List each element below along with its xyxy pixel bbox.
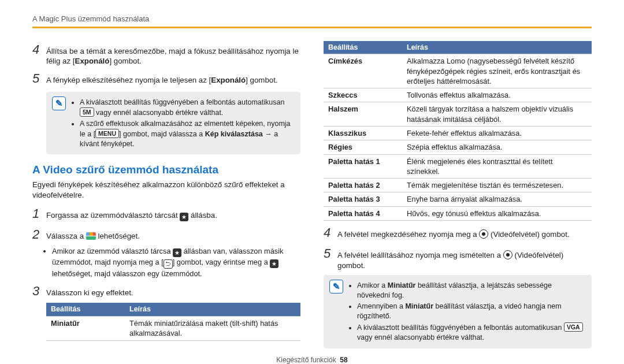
menu-button-icon: MENU [95,129,119,138]
page-title: A Magic Plus üzemmód használata [32,14,592,28]
step-number: 5 [324,245,337,262]
right-column: Beállítás Leírás CímkézésAlkalmazza Lomo… [324,38,592,353]
option-name: Paletta hatás 4 [324,206,402,220]
section-subtitle: Egyedi fényképek készítéséhez alkalmazzo… [32,180,300,200]
text: ] gombot. [109,57,141,65]
page-number: 58 [340,356,347,364]
step-number: 2 [32,226,46,243]
bold: Kép kiválasztása [205,130,263,138]
option-name: Régies [324,140,402,154]
text: A kiválasztott beállítás függvényében a … [357,324,564,332]
step-text: Forgassa az üzemmódválasztó tárcsát ★ ál… [46,210,300,221]
option-name: Miniatűr [46,317,125,341]
option-desc: Fekete-fehér effektus alkalmazása. [402,127,592,140]
mode-dial-icon: ★ [270,259,278,268]
text: Amikor az üzemmód választó tárcsa [52,247,173,255]
record-button-icon [479,229,488,239]
note-list: Amikor a Miniatűr beállítást választja, … [349,280,586,343]
table-row: SzkeccsTollvonás effektus alkalmazása. [324,88,592,102]
back-button-icon: ⮌ [164,259,173,269]
note-item: A kiválasztott beállítás függvényében a … [80,98,295,118]
table-header: Leírás [402,41,592,54]
table-row: Miniatűr Témák miniatűrizálása makett (t… [46,317,300,341]
step-text: A fénykép elkészítéséhez nyomja le telje… [46,75,300,86]
option-desc: Hűvös, egy tónusú effektus alkalmazása. [402,206,592,220]
option-desc: Szépia effektus alkalmazása. [402,140,592,154]
table-row: CímkézésAlkalmazza Lomo (nagysebességű f… [324,54,592,88]
note-box: ✎ Amikor a Miniatűr beállítást választja… [324,275,592,348]
option-desc: Közeli tárgyak torzítása a halszem objek… [402,102,592,127]
note-list: A kiválasztott beállítás függvényében a … [72,96,295,150]
option-desc: Tollvonás effektus alkalmazása. [402,88,592,102]
step-text: A felvétel leállításához nyomja meg ismé… [337,250,592,271]
option-desc: Témák megjelenítése tisztán és természet… [402,179,592,192]
option-desc: Alkalmazza Lomo (nagysebességű felvételt… [402,54,592,88]
option-name: Paletta hatás 2 [324,179,402,192]
note-box: ✎ A kiválasztott beállítás függvényében … [46,92,300,154]
text: Amennyiben a [357,302,405,310]
table-row: Paletta hatás 4Hűvös, egy tónusú effektu… [324,206,592,220]
record-button-icon [503,250,512,259]
option-desc: Enyhe barna árnyalat alkalmazása. [402,192,592,206]
table-row: RégiesSzépia effektus alkalmazása. [324,140,592,154]
table-row: Paletta hatás 1Élénk megjelenés éles kon… [324,154,592,179]
option-desc: Élénk megjelenés éles kontraszttal és te… [402,154,592,179]
text: lehetőséget. [96,232,140,240]
text: A fénykép elkészítéséhez nyomja le telje… [46,76,211,84]
text: Válassza a [46,232,86,240]
mode-dial-icon: ★ [180,213,188,221]
table-header: Beállítás [324,41,402,54]
bullet-item: Amikor az üzemmód választó tárcsa ★ állá… [52,246,300,278]
bold: Miniatűr [405,302,433,310]
text: vagy ennél alacsonyabb értékre válthat. [357,333,484,341]
page: A Magic Plus üzemmód használata 4 Állíts… [0,0,624,364]
left-column: 4 Állítsa be a témát a keresőmezőbe, maj… [32,38,300,353]
step-text: Válasszon ki egy effektet. [46,288,300,298]
note-item: A szűrő effektusok alkalmazásához az elm… [80,119,295,149]
options-table-left: Beállítás Leírás Miniatűr Témák miniatűr… [46,303,300,340]
table-row: KlasszikusFekete-fehér effektus alkalmaz… [324,127,592,140]
table-row: Paletta hatás 3Enyhe barna árnyalat alka… [324,192,592,206]
option-name: Halszem [324,102,402,127]
text: ] gombot, majd válassza a [119,130,205,138]
sub-bullets: Amikor az üzemmód választó tárcsa ★ állá… [44,246,300,278]
option-name: Szkeccs [324,88,402,102]
resolution-icon: VGA [564,322,583,332]
table-header: Beállítás [46,303,125,316]
columns: 4 Állítsa be a témát a keresőmezőbe, maj… [32,38,592,353]
option-desc: Témák miniatűrizálása makett (tilt-shift… [125,317,300,341]
text: A kiválasztott beállítás függvényében a … [80,98,284,106]
note-item: A kiválasztott beállítás függvényében a … [357,322,586,343]
text: A felvétel megkezdéséhez nyomja meg a [337,230,479,239]
text: Amikor a [357,281,388,289]
step-3: 3 Válasszon ki egy effektet. [32,283,300,300]
text: vagy ennél alacsonyabb értékre válthat. [94,109,224,117]
text: állásba. [188,211,217,220]
step-text: A felvétel megkezdéséhez nyomja meg a (V… [337,229,592,240]
step-number: 5 [32,70,46,87]
bold: Exponáló [75,57,110,65]
step-4: 4 Állítsa be a témát a keresőmezőbe, maj… [32,41,300,67]
table-header-row: Beállítás Leírás [46,303,300,316]
text: Forgassa az üzemmódválasztó tárcsát [46,211,180,220]
step-number: 1 [32,205,46,222]
note-icon: ✎ [329,280,343,294]
step-1: 1 Forgassa az üzemmódválasztó tárcsát ★ … [32,205,300,222]
bold: Miniatűr [388,281,416,289]
table-header: Leírás [125,303,300,316]
note-item: Amikor a Miniatűr beállítást választja, … [357,281,586,300]
table-header-row: Beállítás Leírás [324,41,592,54]
step-5: 5 A fénykép elkészítéséhez nyomja le tel… [32,70,300,87]
step-4r: 4 A felvétel megkezdéséhez nyomja meg a … [324,224,592,242]
option-name: Címkézés [324,54,402,88]
filter-option-icon [86,232,96,240]
text: (Videófelvétel) gombot. [488,230,569,239]
mode-dial-icon: ★ [173,248,181,257]
table-row: HalszemKözeli tárgyak torzítása a halsze… [324,102,592,127]
page-footer: Kiegészítő funkciók 58 [32,355,592,364]
step-number: 4 [324,224,337,242]
note-item: Amennyiben a Miniatűr beállítást választ… [357,302,586,321]
text: ] gombot, vagy érintse meg a [173,258,270,266]
option-name: Paletta hatás 3 [324,192,402,206]
options-table-right: Beállítás Leírás CímkézésAlkalmazza Lomo… [324,41,592,221]
